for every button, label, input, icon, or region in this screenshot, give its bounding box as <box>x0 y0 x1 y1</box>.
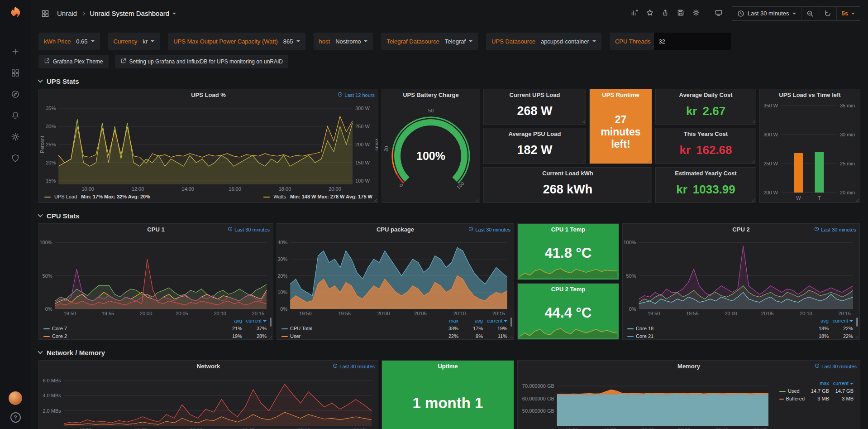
legend-series[interactable]: Watts Min: 148 W Max: 278 W Avg: 175 W <box>263 194 372 199</box>
zoom-out-time-button[interactable] <box>801 7 819 20</box>
legend-scrollbar[interactable] <box>510 318 512 327</box>
cpu1-legend[interactable]: avgcurrent Core 721%37%Core 219%28% <box>39 317 273 342</box>
legend-col-header[interactable]: avg <box>458 317 483 325</box>
legend-series[interactable]: UPS Load Min: 17% Max: 32% Avg: 20% <box>44 194 150 199</box>
row-header-ups-stats[interactable]: UPS Stats <box>31 68 868 89</box>
panel-title[interactable]: UPS Runtime <box>590 89 652 101</box>
variable-value-dropdown[interactable]: kr <box>141 38 160 45</box>
panel-estimated-yearly-cost[interactable]: Estimated Yearly Cost kr1033.99 <box>655 167 756 203</box>
time-range-picker[interactable]: Last 30 minutes <box>732 7 801 20</box>
ups-load-legend[interactable]: UPS Load Min: 17% Max: 32% Avg: 20% Watt… <box>39 193 378 202</box>
panel-title[interactable]: This Years Cost <box>656 128 756 140</box>
star-dashboard-button[interactable] <box>643 7 657 20</box>
variable-value-dropdown[interactable]: apcupsd-container <box>539 38 601 45</box>
sidebar-configuration-button[interactable] <box>0 127 31 148</box>
link-ups-monitoring-guide[interactable]: Setting up Grafana and InfluxDB for UPS … <box>115 55 289 68</box>
panel-title[interactable]: CPU 2 Temp <box>518 284 619 295</box>
breadcrumb-folder[interactable]: Unraid <box>57 10 77 17</box>
memory-legend[interactable]: maxcurrent Used14.7 GB14.7 GBBuffered3 M… <box>775 372 860 429</box>
dashboard-settings-button[interactable] <box>689 7 703 20</box>
row-header-network-memory[interactable]: Network / Memory <box>31 340 868 360</box>
panel-ups-battery-charge[interactable]: UPS Battery Charge 02050100100% <box>382 89 480 203</box>
save-dashboard-button[interactable] <box>674 7 687 20</box>
panel-cpu1-temp[interactable]: CPU 1 Temp 41.8 °C <box>517 223 619 280</box>
panel-cpu2[interactable]: Last 30 minutes CPU 2 0%50%100%19:5019:5… <box>622 223 860 340</box>
panel-ups-runtime[interactable]: UPS Runtime 27 minutes left! <box>589 89 652 164</box>
legend-col-header[interactable]: current <box>829 380 854 387</box>
refresh-interval-picker[interactable]: 5s <box>836 7 860 20</box>
panel-average-psu-load[interactable]: Average PSU Load 182 W <box>483 128 586 164</box>
panel-title[interactable]: Current UPS Load <box>484 89 586 101</box>
row-header-cpu-stats[interactable]: CPU Stats <box>31 203 868 223</box>
legend-row[interactable]: Core 721%37% <box>43 325 267 333</box>
panel-ups-load[interactable]: Last 12 hours UPS Load % 15%20%25%30%35%… <box>38 89 378 203</box>
link-grafana-plex-theme[interactable]: Grafana Plex Theme <box>38 55 109 68</box>
dashboard-title[interactable]: Unraid System Dashboard <box>90 10 176 17</box>
panel-title[interactable]: CPU 1 Temp <box>518 224 619 236</box>
cpu-package-legend[interactable]: maxavgcurrent CPU Total38%17%19%User22%9… <box>277 317 514 342</box>
panel-cpu-package[interactable]: Last 30 minutes CPU package 0%10%20%30%4… <box>277 223 514 340</box>
legend-scrollbar[interactable] <box>270 318 272 327</box>
cpu-package-chart[interactable]: 0%10%20%30%40%19:5019:5520:0020:0520:102… <box>277 236 514 317</box>
legend-col-header[interactable]: avg <box>218 317 242 325</box>
panel-ups-load-vs-time-left[interactable]: UPS Load vs Time left 200 W250 W300 W350… <box>759 89 860 203</box>
sidebar-explore-button[interactable] <box>0 84 31 106</box>
legend-col-header[interactable]: current <box>829 317 853 325</box>
legend-col-header[interactable]: max <box>434 317 458 325</box>
cpu2-chart[interactable]: 0%50%100%19:5019:5520:0020:0520:1020:15 <box>623 236 859 317</box>
network-chart[interactable]: 2.0 MBs4.0 MBs6.0 MBs19:5019:5520:0020:0… <box>39 372 378 429</box>
panel-uptime[interactable]: Uptime 1 month 1 <box>382 360 514 429</box>
legend-row[interactable]: Core 2118%22% <box>627 333 853 340</box>
panel-memory[interactable]: Last 30 minutes Memory 50.000000 GB60.00… <box>517 360 860 429</box>
panel-title[interactable]: Current Load kWh <box>484 168 652 179</box>
panel-title[interactable]: Estimated Yearly Cost <box>656 168 756 179</box>
sidebar-create-button[interactable] <box>0 42 31 63</box>
panel-title[interactable]: Average Daily Cost <box>656 89 756 101</box>
panel-network[interactable]: Last 30 minutes Network 2.0 MBs4.0 MBs6.… <box>38 360 378 429</box>
cpu-threads-input[interactable] <box>654 33 731 50</box>
sidebar-server-admin-button[interactable] <box>0 148 31 169</box>
add-panel-button[interactable] <box>628 7 641 20</box>
panel-cpu2-temp[interactable]: CPU 2 Temp 44.4 °C <box>517 283 619 340</box>
panel-title[interactable]: UPS Load % <box>39 89 378 101</box>
refresh-button[interactable] <box>819 7 836 20</box>
cpu1-chart[interactable]: 0%50%100%19:5019:5520:0020:0520:1020:15 <box>39 236 273 317</box>
share-dashboard-button[interactable] <box>658 7 672 20</box>
memory-chart[interactable]: 50.000000 GB60.000000 GB70.000000 GB19:5… <box>518 372 775 429</box>
legend-row[interactable]: User22%9%11% <box>281 333 507 340</box>
legend-row[interactable]: Buffered3 MB3 MB <box>779 395 854 403</box>
panel-cpu1[interactable]: Last 30 minutes CPU 1 0%50%100%19:5019:5… <box>38 223 273 340</box>
variable-value-dropdown[interactable]: Telegraf <box>443 38 478 45</box>
panel-time-range[interactable]: Last 12 hours <box>338 92 375 98</box>
panel-time-range[interactable]: Last 30 minutes <box>333 363 375 369</box>
panel-title[interactable]: Memory <box>518 361 860 372</box>
legend-col-header[interactable]: current <box>483 317 507 325</box>
variable-value-dropdown[interactable]: Nostromo <box>334 38 373 45</box>
variable-value-dropdown[interactable]: 0.65 <box>74 38 100 45</box>
ups-load-chart[interactable]: 15%20%25%30%35%100 W150 W200 W250 W300 W… <box>39 101 378 193</box>
sidebar-help-button[interactable]: ? <box>10 412 21 423</box>
panel-time-range[interactable]: Last 30 minutes <box>468 227 510 232</box>
panel-this-years-cost[interactable]: This Years Cost kr162.68 <box>655 128 756 164</box>
panel-title[interactable]: UPS Battery Charge <box>382 89 480 101</box>
panel-title[interactable]: Uptime <box>382 361 514 372</box>
legend-row[interactable]: CPU Total38%17%19% <box>281 325 507 333</box>
legend-row[interactable]: Used14.7 GB14.7 GB <box>779 387 854 395</box>
panel-current-ups-load[interactable]: Current UPS Load 268 W <box>483 89 586 125</box>
sidebar-dashboards-button[interactable] <box>0 63 31 84</box>
user-avatar[interactable] <box>0 391 31 405</box>
legend-row[interactable]: Core 219%28% <box>43 333 267 340</box>
cycle-view-mode-button[interactable] <box>712 7 725 20</box>
legend-col-header[interactable]: current <box>242 317 267 325</box>
panel-time-range[interactable]: Last 30 minutes <box>228 227 270 232</box>
cpu2-legend[interactable]: avgcurrent Core 1818%22%Core 2118%22% <box>623 317 859 342</box>
panel-average-daily-cost[interactable]: Average Daily Cost kr2.67 <box>655 89 756 125</box>
panel-title[interactable]: Average PSU Load <box>484 128 586 140</box>
variable-value-dropdown[interactable]: 865 <box>281 38 305 45</box>
sidebar-alerting-button[interactable] <box>0 106 31 127</box>
panel-current-load-kwh[interactable]: Current Load kWh 268 kWh <box>483 167 652 203</box>
panel-time-range[interactable]: Last 30 minutes <box>815 363 857 369</box>
panel-title[interactable]: UPS Load vs Time left <box>760 89 860 101</box>
legend-scrollbar[interactable] <box>856 318 858 327</box>
grafana-logo[interactable] <box>7 5 24 23</box>
